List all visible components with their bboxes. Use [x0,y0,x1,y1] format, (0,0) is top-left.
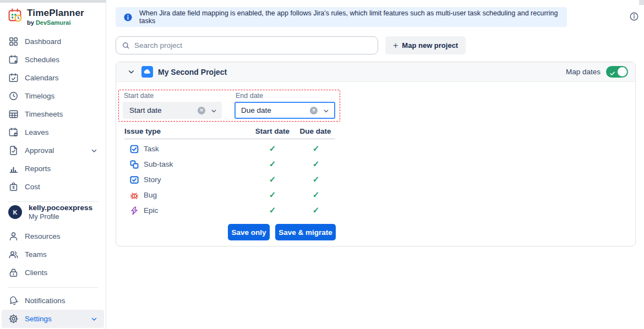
chevron-down-icon [323,107,330,114]
toggle-knob [618,67,627,76]
table-row-bug: Bug ✓ ✓ [116,188,347,203]
check-icon: ✓ [296,144,336,153]
sidebar-item-reports[interactable]: Reports [0,160,106,178]
check-icon: ✓ [253,144,292,153]
epic-icon [130,206,139,215]
column-header-due-date: Due date [296,127,335,135]
search-input[interactable] [134,41,372,50]
brand-name: DevSamurai [36,19,71,26]
lock-icon [8,267,19,278]
bug-icon [130,191,139,200]
chevron-down-icon [210,107,217,114]
check-icon: ✓ [296,190,336,200]
map-dates-toggle[interactable] [606,66,628,78]
profile-username: kelly.pocoexpress [29,204,92,212]
sidebar-divider [8,201,98,202]
map-dates-label: Map dates [566,68,601,76]
project-card: My Second Project Map dates Start date S… [116,62,636,246]
calendar-check-icon [8,73,19,83]
sidebar-item-dashboard[interactable]: Dashboard [0,32,106,51]
sidebar-nav-system: Notifications Settings [0,292,106,328]
column-header-issue-type: Issue type [124,127,161,135]
calendar-plus-icon [8,54,19,65]
search-icon [122,41,130,50]
plus-icon: + [393,41,398,51]
column-header-start-date: Start date [253,127,292,135]
timeplanner-settings-page: TimePlanner by DevSamurai Dashboard Sche… [0,0,644,329]
profile-block[interactable]: K kelly.pocoexpress My Profile [8,204,92,221]
user-avatar[interactable]: K [8,205,22,219]
sidebar-item-clients[interactable]: Clients [0,264,106,282]
svg-text:$: $ [13,185,15,190]
project-search [116,36,378,54]
profile-text: kelly.pocoexpress My Profile [29,204,92,221]
table-row-story: Story ✓ ✓ [116,172,347,188]
group-icon [8,249,19,260]
clear-icon[interactable]: ✕ [198,107,205,114]
table-row-task: Task ✓ ✓ [116,141,347,157]
sidebar-item-calendars[interactable]: Calendars [0,69,106,87]
info-icon [123,13,133,22]
start-date-field-label: Start date [124,92,154,100]
sidebar-item-leaves[interactable]: Leaves [0,123,106,141]
end-date-select[interactable]: Due date ✕ [234,102,335,119]
calendar-minus-icon [8,127,19,138]
issue-table-header: Issue type Start date Due date [116,127,635,138]
collapse-chevron-icon[interactable] [127,68,135,76]
dashboard-icon [8,36,19,47]
check-icon: ✓ [296,205,336,215]
project-card-header[interactable]: My Second Project Map dates [116,62,635,82]
profile-subtitle: My Profile [29,213,92,221]
map-dates-control: Map dates [566,66,628,78]
story-icon [130,176,139,184]
bell-icon [8,295,19,306]
project-avatar [141,66,153,78]
money-bag-icon: $ [8,182,19,192]
bar-chart-icon [8,163,19,174]
app-name: TimePlanner [27,8,84,19]
task-icon [130,145,139,153]
app-logo: TimePlanner by DevSamurai [8,8,84,26]
help-info-icon[interactable] [629,12,639,21]
sidebar-item-resources[interactable]: Resources [0,227,106,245]
project-name: My Second Project [158,68,227,76]
start-date-select[interactable]: Start date ✕ [123,102,222,119]
sidebar-item-teams[interactable]: Teams [0,245,106,264]
sidebar-item-notifications[interactable]: Notifications [0,292,106,310]
check-icon: ✓ [253,190,292,200]
sidebar-item-settings[interactable]: Settings [2,310,104,328]
table-row-epic: Epic ✓ ✓ [116,203,347,218]
document-check-icon [8,145,19,156]
sidebar-item-timelogs[interactable]: Timelogs [0,87,106,105]
toggle-check-icon [609,69,615,75]
table-row-subtask: Sub-task ✓ ✓ [116,157,347,172]
check-icon: ✓ [296,174,336,184]
chevron-down-icon [90,315,98,323]
sidebar-item-approval[interactable]: Approval [0,141,106,160]
subtask-icon [130,160,139,169]
check-icon: ✓ [253,174,292,184]
check-icon: ✓ [253,159,292,169]
sidebar-item-timesheets[interactable]: Timesheets [0,105,106,123]
main-content: When Jira date field mapping is enabled,… [106,0,644,329]
sidebar: TimePlanner by DevSamurai Dashboard Sche… [0,0,106,329]
banner-message: When Jira date field mapping is enabled,… [139,9,559,25]
clear-icon[interactable]: ✕ [310,107,318,114]
top-scroll-strip [0,0,106,3]
app-title: TimePlanner by DevSamurai [27,8,84,26]
chevron-down-icon [90,147,98,155]
save-and-migrate-button[interactable]: Save & migrate [275,224,336,240]
sidebar-nav-primary: Dashboard Schedules Calendars Timelogs T… [0,32,106,196]
sidebar-divider [8,287,98,288]
table-header-divider [124,139,335,139]
info-banner: When Jira date field mapping is enabled,… [116,7,567,27]
map-new-project-button[interactable]: + Map new project [385,36,466,54]
clock-icon [8,91,19,101]
check-icon: ✓ [253,205,292,215]
sidebar-item-schedules[interactable]: Schedules [0,51,106,69]
person-icon [8,231,19,242]
app-byline: by DevSamurai [27,19,84,26]
sidebar-item-cost[interactable]: $ Cost [0,178,106,196]
save-only-button[interactable]: Save only [228,224,270,240]
table-grid-icon [8,109,19,119]
